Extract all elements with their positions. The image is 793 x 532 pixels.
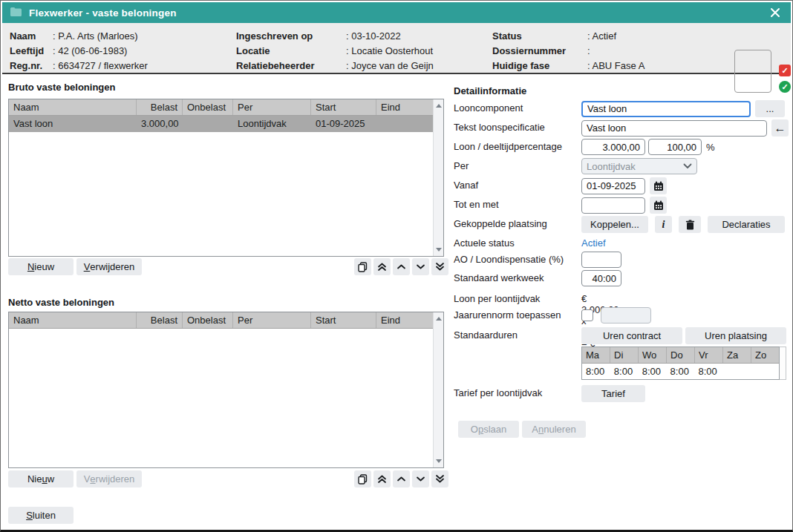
- loon-deeltijdpercentage-label: Loon / deeltijdpercentage: [454, 141, 562, 152]
- column-header-belast[interactable]: Belast: [137, 99, 183, 115]
- jaarurennorm-checkbox[interactable]: [581, 309, 593, 321]
- day-header-do: Do: [667, 347, 695, 363]
- tot-en-met-calendar-icon[interactable]: [650, 197, 667, 214]
- column-header-eind[interactable]: Eind: [376, 99, 433, 115]
- uren-contract-button[interactable]: Uren contract: [581, 327, 682, 344]
- tot-en-met-date-input[interactable]: [581, 197, 645, 214]
- koppelen-button[interactable]: Koppelen...: [581, 216, 648, 233]
- uren-plaatsing-button[interactable]: Uren plaatsing: [685, 327, 786, 344]
- scroll-up-icon[interactable]: [436, 317, 442, 321]
- status-label: Status: [492, 29, 587, 44]
- column-header-per[interactable]: Per: [233, 312, 311, 328]
- tarief-button[interactable]: Tarief: [581, 385, 645, 402]
- standaard-werkweek-input[interactable]: [581, 270, 621, 286]
- move-bottom-icon[interactable]: [431, 258, 448, 275]
- vanaf-label: Vanaf: [454, 180, 478, 191]
- folder-icon: [10, 7, 22, 19]
- move-up-icon[interactable]: [393, 470, 410, 487]
- column-header-onbelast[interactable]: Onbelast: [183, 99, 233, 115]
- column-header-onbelast[interactable]: Onbelast: [183, 312, 233, 328]
- relatiebeheerder-value: : Joyce van de Geijn: [346, 59, 434, 73]
- vanaf-date-input[interactable]: [581, 178, 645, 194]
- day-header-ma: Ma: [582, 347, 610, 363]
- close-icon[interactable]: [767, 4, 783, 21]
- declaraties-button[interactable]: Declaraties: [708, 216, 785, 233]
- move-top-icon[interactable]: [373, 258, 391, 275]
- naam-label: Naam: [10, 29, 53, 44]
- title-bar: Flexwerker - vaste beloningen: [2, 2, 791, 23]
- info-button[interactable]: i: [655, 216, 672, 233]
- jaarurennorm-input[interactable]: [601, 307, 651, 324]
- column-header-belast[interactable]: Belast: [137, 312, 183, 328]
- actuele-status-link[interactable]: Actief: [581, 237, 606, 249]
- hours-zo[interactable]: [751, 364, 779, 379]
- scroll-down-icon[interactable]: [436, 248, 442, 252]
- week-grid-scrollbar[interactable]: [780, 347, 786, 380]
- move-down-icon[interactable]: [412, 258, 429, 275]
- looncomponent-input[interactable]: [581, 101, 751, 117]
- hours-wo[interactable]: 8:00: [639, 364, 667, 379]
- bruto-verwijderen-button[interactable]: Verwijderen: [76, 258, 142, 275]
- table-row[interactable]: Vast loon 3.000,00 Loontijdvak 01-09-202…: [9, 116, 433, 132]
- huidige-fase-label: Huidige fase: [492, 59, 587, 73]
- detail-section-title: Detailinformatie: [454, 85, 526, 96]
- per-label: Per: [454, 160, 469, 171]
- bruto-table-scrollbar[interactable]: [433, 99, 443, 256]
- hours-za[interactable]: [722, 364, 751, 379]
- column-header-start[interactable]: Start: [311, 312, 376, 328]
- copy-row-button[interactable]: [354, 470, 371, 487]
- column-header-eind[interactable]: Eind: [376, 312, 433, 328]
- looncomponent-browse-button[interactable]: ...: [755, 100, 785, 117]
- netto-table-scrollbar[interactable]: [433, 312, 443, 467]
- netto-table-header: Naam Belast Onbelast Per Start Eind: [9, 312, 433, 329]
- regnr-label: Reg.nr.: [10, 59, 53, 73]
- tekst-loonspecificatie-input[interactable]: [581, 120, 767, 137]
- deeltijd-percentage-input[interactable]: [648, 139, 702, 155]
- ingeschreven-value: : 03-10-2022: [346, 29, 401, 44]
- move-top-icon[interactable]: [373, 470, 391, 487]
- scroll-down-icon[interactable]: [436, 459, 442, 463]
- annuleren-button[interactable]: Annuleren: [522, 421, 586, 438]
- window-title: Flexwerker - vaste beloningen: [29, 7, 177, 19]
- per-select[interactable]: Loontijdvak: [581, 158, 697, 174]
- sluiten-button[interactable]: Sluiten: [8, 507, 74, 524]
- loon-amount-input[interactable]: [581, 139, 645, 155]
- netto-verwijderen-button[interactable]: Verwijderen: [76, 470, 142, 487]
- column-header-start[interactable]: Start: [311, 99, 376, 115]
- move-down-icon[interactable]: [412, 470, 429, 487]
- left-arrow-icon: ←: [774, 122, 786, 134]
- percent-suffix: %: [706, 142, 715, 153]
- hours-ma[interactable]: 8:00: [582, 364, 610, 379]
- tarief-per-loontijdvak-label: Tarief per loontijdvak: [454, 387, 542, 398]
- copy-row-button[interactable]: [354, 258, 371, 275]
- bruto-table: Naam Belast Onbelast Per Start Eind Vast…: [8, 99, 444, 257]
- column-header-naam[interactable]: Naam: [9, 99, 137, 115]
- delete-koppeling-button[interactable]: [679, 216, 701, 233]
- day-header-zo: Zo: [751, 347, 779, 363]
- day-header-za: Za: [723, 347, 751, 363]
- vanaf-calendar-icon[interactable]: [650, 177, 667, 194]
- green-check-icon[interactable]: ✓: [779, 81, 791, 93]
- hours-vr[interactable]: 8:00: [694, 364, 722, 379]
- day-header-wo: Wo: [639, 347, 667, 363]
- naam-value: : P.A. Arts (Marloes): [53, 29, 138, 44]
- column-header-naam[interactable]: Naam: [9, 312, 137, 328]
- copy-back-arrow-button[interactable]: ←: [771, 119, 789, 137]
- gekoppelde-plaatsing-label: Gekoppelde plaatsing: [454, 218, 547, 229]
- ao-loondispensatie-input[interactable]: [581, 252, 621, 268]
- leeftijd-label: Leeftijd: [10, 44, 53, 59]
- red-check-icon[interactable]: ✓: [779, 65, 791, 76]
- scroll-up-icon[interactable]: [436, 104, 442, 108]
- bruto-nieuw-button[interactable]: Nieuw: [8, 258, 74, 275]
- hours-do[interactable]: 8:00: [667, 364, 695, 379]
- hours-di[interactable]: 8:00: [610, 364, 639, 379]
- move-bottom-icon[interactable]: [431, 470, 448, 487]
- move-up-icon[interactable]: [393, 258, 410, 275]
- opslaan-button[interactable]: Opslaan: [458, 421, 519, 438]
- column-header-per[interactable]: Per: [233, 99, 311, 115]
- info-icon: i: [662, 219, 665, 231]
- ao-loondispensatie-label: AO / Loondispensatie (%): [454, 254, 564, 265]
- cell-per: Loontijdvak: [233, 116, 311, 132]
- netto-table: Naam Belast Onbelast Per Start Eind: [8, 312, 444, 468]
- netto-nieuw-button[interactable]: Nieuw: [8, 470, 74, 487]
